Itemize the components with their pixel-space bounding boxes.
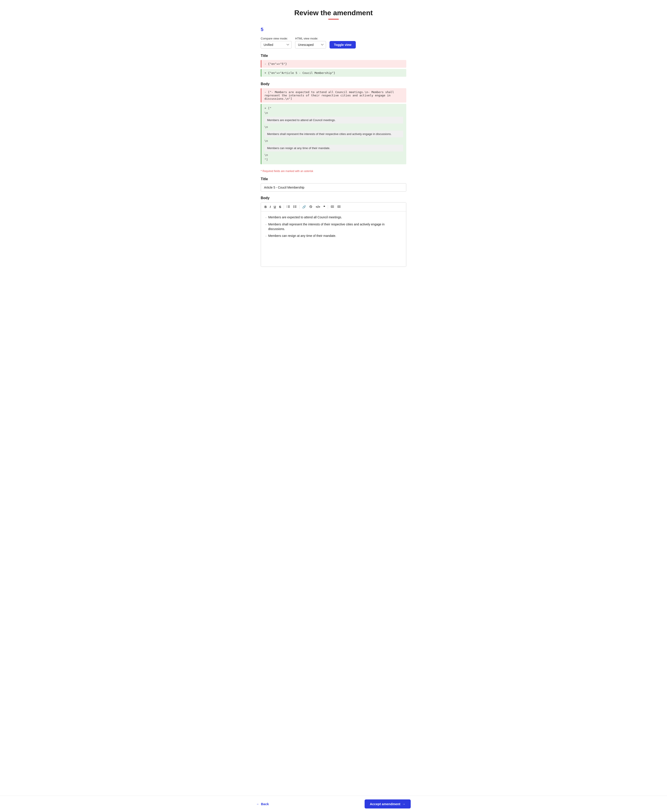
- diff-body-heading: Body: [261, 82, 406, 86]
- back-label: Back: [261, 802, 269, 806]
- compare-mode-select[interactable]: Unified Side by side: [261, 41, 292, 48]
- diff-body-added-newline1: \n: [264, 111, 403, 115]
- diff-body-added-close: "]: [264, 157, 403, 162]
- accept-label: Accept amendment: [370, 802, 400, 806]
- unlink-button[interactable]: [308, 204, 314, 209]
- footer-inner: ← Back Accept amendment →: [256, 799, 411, 809]
- title-input[interactable]: [261, 183, 406, 192]
- bold-button[interactable]: B: [263, 204, 268, 209]
- diff-body-added: + [" \n Members are expected to attend a…: [261, 104, 406, 164]
- svg-point-11: [294, 207, 294, 208]
- diff-body-item-1: Members are expected to attend all Counc…: [264, 117, 403, 124]
- diff-title-section: Title - {"en"=>"5"} + {"en"=>"Article 5 …: [261, 54, 406, 77]
- toolbar-divider-3: [328, 205, 328, 209]
- outdent-button[interactable]: [329, 204, 335, 209]
- page-title: Review the amendment: [261, 9, 406, 17]
- editor-list-item-2: Members shall represent the interests of…: [265, 222, 402, 231]
- editor-content[interactable]: Members are expected to attend all Counc…: [261, 212, 406, 267]
- diff-body-section: Body - ["- Members are expected to atten…: [261, 82, 406, 164]
- svg-point-9: [294, 205, 294, 206]
- unordered-list-button[interactable]: [292, 204, 298, 209]
- required-fields-note: * Required fields are marked with an ast…: [261, 170, 406, 173]
- html-mode-label: HTML view mode:: [295, 37, 326, 40]
- indent-button[interactable]: [336, 204, 342, 209]
- form-title-label: Title: [261, 177, 406, 181]
- svg-text:3.: 3.: [287, 207, 287, 208]
- svg-point-10: [294, 206, 294, 207]
- diff-body-newline3: \n: [264, 139, 403, 143]
- editor-toolbar: B I U S 1. 2. 3.: [261, 202, 406, 212]
- diff-body-removed-text: - ["- Members are expected to attend all…: [264, 90, 394, 100]
- compare-mode-label: Compare view mode:: [261, 37, 292, 40]
- diff-body-newline4: \n: [264, 153, 403, 157]
- italic-button[interactable]: I: [269, 204, 272, 209]
- editor-list-item-3: Members can resign at any time of their …: [265, 234, 402, 239]
- link-button[interactable]: 🔗: [301, 204, 307, 209]
- quote-button[interactable]: ❝: [322, 204, 327, 209]
- diff-body-item-2: Members shall represent the interests of…: [264, 131, 403, 138]
- diff-title-added: + {"en"=>"Article 5 - Coucil Membership"…: [261, 69, 406, 77]
- form-body-section: Body B I U S 1. 2. 3.: [261, 196, 406, 267]
- editor-list: Members are expected to attend all Counc…: [265, 215, 402, 239]
- title-underline: [328, 19, 339, 20]
- html-mode-select[interactable]: Unescaped Escaped: [295, 41, 326, 48]
- diff-title-removed-text: - {"en"=>"5"}: [264, 62, 287, 66]
- body-editor: B I U S 1. 2. 3.: [261, 202, 406, 267]
- accept-amendment-button[interactable]: Accept amendment →: [365, 799, 411, 809]
- code-button[interactable]: </>: [314, 204, 321, 209]
- compare-mode-group: Compare view mode: Unified Side by side: [261, 37, 292, 48]
- accept-arrow-icon: →: [402, 802, 405, 806]
- editor-list-item-1: Members are expected to attend all Counc…: [265, 215, 402, 220]
- mode-controls: Compare view mode: Unified Side by side …: [261, 37, 406, 48]
- back-button[interactable]: ← Back: [256, 802, 269, 806]
- svg-line-13: [310, 206, 312, 207]
- ordered-list-button[interactable]: 1. 2. 3.: [285, 204, 291, 209]
- diff-body-added-open: + [": [264, 106, 403, 111]
- toggle-view-button[interactable]: Toggle view: [330, 41, 356, 48]
- footer-navigation: ← Back Accept amendment →: [0, 796, 667, 812]
- underline-button[interactable]: U: [272, 204, 277, 209]
- diff-body-newline2: \n: [264, 125, 403, 129]
- toolbar-divider-2: [299, 205, 300, 209]
- back-arrow-icon: ←: [256, 802, 260, 806]
- form-title-section: Title: [261, 177, 406, 192]
- html-mode-group: HTML view mode: Unescaped Escaped: [295, 37, 326, 48]
- strikethrough-button[interactable]: S: [278, 204, 282, 209]
- diff-title-added-text: + {"en"=>"Article 5 - Coucil Membership"…: [264, 71, 335, 75]
- diff-body-item-3: Members can resign at any time of their …: [264, 145, 403, 151]
- form-body-label: Body: [261, 196, 406, 200]
- step-number: 5: [261, 27, 406, 32]
- diff-title-heading: Title: [261, 54, 406, 58]
- diff-title-removed: - {"en"=>"5"}: [261, 60, 406, 68]
- toolbar-divider-1: [284, 205, 284, 209]
- diff-body-removed: - ["- Members are expected to attend all…: [261, 88, 406, 103]
